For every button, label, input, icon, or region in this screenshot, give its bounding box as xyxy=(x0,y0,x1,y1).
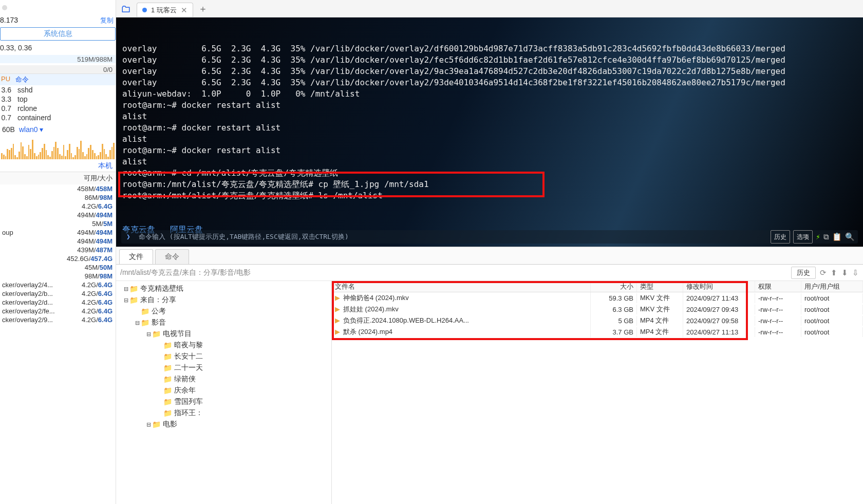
folder-icon: 📁 xyxy=(129,285,138,293)
tree-node[interactable]: 📁公考 xyxy=(116,306,331,317)
disk-row[interactable]: cker/overlay2/d...4.2G/6.4G xyxy=(0,298,116,307)
tree-node[interactable]: 📁暗夜与黎 xyxy=(116,340,331,351)
folder-icon: 📁 xyxy=(163,364,172,372)
folder-icon: 📁 xyxy=(163,398,172,406)
folder-icon: 📁 xyxy=(141,319,149,327)
add-tab-icon[interactable]: ＋ xyxy=(198,3,208,15)
path-history-button[interactable]: 历史 xyxy=(791,267,816,279)
tree-node[interactable]: 📁绿箭侠 xyxy=(116,374,331,385)
proc-row[interactable]: 3.6sshd xyxy=(0,85,116,95)
folder-icon: 📁 xyxy=(163,352,172,361)
folder-icon: 📁 xyxy=(152,330,161,338)
terminal-line: overlay 6.5G 2.3G 4.3G 35% /var/lib/dock… xyxy=(122,66,857,77)
network-spark xyxy=(0,137,116,159)
terminal-line: overlay 6.5G 2.3G 4.3G 35% /var/lib/dock… xyxy=(122,77,857,88)
tree-node[interactable]: ⊟📁夸克精选壁纸 xyxy=(116,283,331,294)
close-icon[interactable]: ✕ xyxy=(181,6,187,15)
open-folder-icon[interactable] xyxy=(120,5,132,14)
upload-icon[interactable]: ⬆ xyxy=(831,268,837,277)
copy-icon[interactable]: ⧉ xyxy=(823,231,829,242)
proc-header: PU命令 xyxy=(0,73,116,85)
disk-row[interactable]: 5M/5M xyxy=(0,219,116,228)
terminal-line: overlay 6.5G 2.3G 4.3G 35% /var/lib/dock… xyxy=(122,43,857,54)
bolt-icon[interactable]: ⚡ xyxy=(816,231,820,242)
tree-node[interactable]: ⊟📁来自：分享 xyxy=(116,294,331,306)
disk-row[interactable]: 45M/50M xyxy=(0,263,116,272)
options-button[interactable]: 选项 xyxy=(793,230,813,244)
terminal-line: aliyun-webdav: 1.0P 0 1.0P 0% /mnt/alist xyxy=(122,88,857,100)
path-input[interactable] xyxy=(120,269,787,277)
tab-label: 1 玩客云 xyxy=(151,6,177,15)
disk-row[interactable]: 98M/98M xyxy=(0,272,116,281)
terminal-line: root@arm:~# docker restart alist xyxy=(122,122,857,134)
disk-row[interactable]: 452.6G/457.4G xyxy=(0,254,116,263)
folder-icon: 📁 xyxy=(141,307,149,315)
path-bar: 历史 ⟳ ⬆ ⬇ ⇩ xyxy=(116,265,863,281)
proc-row[interactable]: 3.3top xyxy=(0,95,116,104)
folder-icon: 📁 xyxy=(129,296,138,304)
disk-row[interactable]: 4.2G/6.4G xyxy=(0,202,116,211)
terminal-line: alist xyxy=(122,111,857,122)
history-button[interactable]: 历史 xyxy=(771,230,790,244)
copy-link[interactable]: 复制 xyxy=(100,16,114,25)
tree-node[interactable]: ⊟📁影音 xyxy=(116,317,331,328)
swap-bar: 0/0 xyxy=(0,65,116,73)
folder-icon: 📁 xyxy=(163,341,172,349)
tree-node[interactable]: 📁雪国列车 xyxy=(116,396,331,407)
disk-row[interactable]: cker/overlay2/9...4.2G/6.4G xyxy=(0,315,116,324)
traffic-dot xyxy=(2,5,7,10)
modified-dot-icon xyxy=(142,8,147,12)
folder-icon: 📁 xyxy=(152,420,161,428)
network-row[interactable]: 60B wlan0 ▾ xyxy=(0,122,116,137)
tab-files[interactable]: 文件 xyxy=(119,249,153,264)
command-input-placeholder: 命令输入 (按ALT键提示历史,TAB键路径,ESC键返回,双击CTRL切换) xyxy=(139,231,349,242)
host-ip: 8.173 xyxy=(0,16,18,25)
disk-header: 可用/大小 xyxy=(0,172,116,184)
proc-row[interactable]: 0.7rclone xyxy=(0,104,116,113)
system-info-button[interactable]: 系统信息 xyxy=(0,27,116,41)
tab-bar: 1 玩客云 ✕ ＋ xyxy=(116,0,863,17)
tree-node[interactable]: 📁长安十二 xyxy=(116,351,331,362)
disk-row[interactable]: 458M/458M xyxy=(0,184,116,193)
paste-icon[interactable]: 📋 xyxy=(832,231,842,242)
refresh-icon[interactable]: ⟳ xyxy=(820,268,827,277)
disk-row[interactable]: cker/overlay2/4...4.2G/6.4G xyxy=(0,281,116,289)
tree-node[interactable]: 📁指环王： xyxy=(116,407,331,419)
command-input-bar[interactable]: ❯ 命令输入 (按ALT键提示历史,TAB键路径,ESC键返回,双击CTRL切换… xyxy=(121,230,858,244)
terminal-line: alist xyxy=(122,156,857,167)
disk-row[interactable]: cker/overlay2/b...4.2G/6.4G xyxy=(0,289,116,298)
folder-tree[interactable]: ⊟📁夸克精选壁纸⊟📁来自：分享📁公考⊟📁影音⊟📁电视节目📁暗夜与黎📁长安十二📁二… xyxy=(116,281,332,504)
search-icon[interactable]: 🔍 xyxy=(845,231,855,242)
chevron-icon: ❯ xyxy=(126,231,130,242)
terminal-line: root@arm:~# docker restart alist xyxy=(122,145,857,156)
terminal-line: overlay 6.5G 2.3G 4.3G 35% /var/lib/dock… xyxy=(122,54,857,66)
download-icon[interactable]: ⬇ xyxy=(841,268,848,277)
folder-icon: 📁 xyxy=(163,409,172,417)
download-all-icon[interactable]: ⇩ xyxy=(852,268,859,277)
disk-row[interactable]: 439M/487M xyxy=(0,246,116,254)
terminal-line: root@arm:~# docker restart alist xyxy=(122,100,857,111)
tree-node[interactable]: ⊟📁电影 xyxy=(116,419,331,430)
folder-icon: 📁 xyxy=(163,375,172,383)
load-avg: 0.33, 0.36 xyxy=(0,41,116,53)
terminal[interactable]: overlay 6.5G 2.3G 4.3G 35% /var/lib/dock… xyxy=(116,17,863,247)
mem-bar: 519M/988M xyxy=(0,55,116,63)
file-list: 文件名 大小 类型 修改时间 权限 用户/用户组 ▶神偷奶爸4 (2024).m… xyxy=(332,281,863,504)
terminal-line: alist xyxy=(122,134,857,145)
disk-row[interactable]: 86M/98M xyxy=(0,193,116,202)
disk-row[interactable]: 494M/494M xyxy=(0,237,116,246)
disk-row[interactable]: 494M/494M xyxy=(0,211,116,219)
annotation-box-1 xyxy=(118,172,545,197)
proc-row[interactable]: 0.7containerd xyxy=(0,113,116,122)
tree-node[interactable]: 📁二十一天 xyxy=(116,362,331,374)
tab-commands[interactable]: 命令 xyxy=(155,249,189,264)
tree-node[interactable]: 📁庆余年 xyxy=(116,385,331,396)
bottom-tabs: 文件 命令 xyxy=(116,247,863,265)
folder-icon: 📁 xyxy=(163,386,172,395)
local-label[interactable]: 本机 xyxy=(0,159,116,172)
disk-row[interactable]: oup494M/494M xyxy=(0,228,116,237)
tree-node[interactable]: ⊟📁电视节目 xyxy=(116,328,331,340)
sidebar: 8.173 复制 系统信息 0.33, 0.36 519M/988M 0/0 P… xyxy=(0,0,116,504)
tab-active[interactable]: 1 玩客云 ✕ xyxy=(137,3,193,17)
disk-row[interactable]: cker/overlay2/fe...4.2G/6.4G xyxy=(0,307,116,315)
